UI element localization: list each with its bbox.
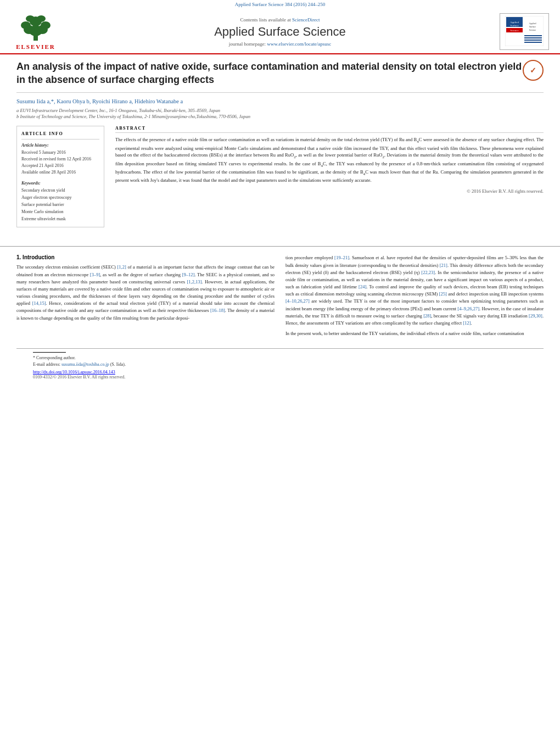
svg-text:Applied: Applied [510,21,519,24]
sciencedirect-link[interactable]: ScienceDirect [292,17,320,23]
intro-paragraph-left: The secondary electron emission coeffici… [16,264,275,321]
elsevier-logo: ELSEVIER [11,13,60,50]
journal-homepage-link[interactable]: www.elsevier.com/locate/apsusc [267,41,331,47]
top-reference: Applied Surface Science 384 (2016) 244–2… [0,0,560,9]
svg-rect-20 [524,40,542,41]
affiliation-b: b Institute of Technology and Science, T… [16,114,544,120]
svg-point-7 [26,15,35,22]
journal-header-center: Contents lists available at ScienceDirec… [60,17,500,47]
received-date: Received 5 January 2016 [21,149,99,156]
corresponding-note: * Corresponding author. [33,355,76,360]
svg-text:Science: Science [529,29,536,31]
email-link[interactable]: susumu.iida@toshiba.co.jp [61,362,109,367]
ref-1-2[interactable]: [1,2] [117,264,126,270]
journal-logo-icon: Applied Surface Science Applied Surface … [505,16,544,46]
history-group: Article history: Received 5 January 2016… [21,142,99,176]
keywords-section: Keywords: Secondary electron yield Auger… [21,180,99,222]
elsevier-tree-icon [19,13,52,43]
svg-text:Science: Science [510,29,519,32]
history-label: Article history: [21,142,99,149]
main-left-column: 1. Introduction The secondary electron e… [16,254,275,337]
ref-4-10-26-27[interactable]: [4–10,26,27] [285,298,310,304]
article-title: An analysis of the impact of native oxid… [16,60,523,87]
footnote-divider [33,352,66,353]
ref-9-12[interactable]: [9–12] [182,272,195,277]
elsevier-brand-text: ELSEVIER [16,43,55,50]
abstract-title: ABSTRACT [115,126,544,133]
ref-14-15[interactable]: [14,15] [32,300,46,306]
svg-point-5 [41,21,51,29]
abstract-text: The effects of the presence of a native … [115,136,544,184]
keywords-label: Keywords: [21,180,99,187]
journal-title-header: Applied Surface Science [60,25,500,39]
keyword-1: Secondary electron yield [21,187,99,194]
copyright-notice: © 2016 Elsevier B.V. All rights reserved… [115,188,544,194]
doi-anchor[interactable]: http://dx.doi.org/10.1016/j.apsusc.2016.… [33,370,115,375]
keyword-2: Auger electron spectroscopy [21,194,99,202]
main-right-column: tion procedure employed [19–21]. Samuels… [285,254,544,337]
affiliations: a EUVI Infrastructure Development Center… [16,108,544,121]
keyword-4: Monte Carlo simulation [21,209,99,216]
ref-19-21[interactable]: [19–21] [334,255,349,260]
svg-point-8 [37,15,46,22]
available-date: Available online 28 April 2016 [21,169,99,176]
ref-12[interactable]: [12] [463,320,471,326]
title-section: An analysis of the impact of native oxid… [16,60,544,93]
footnote-text: * Corresponding author. E-mail address: … [33,355,527,368]
abstract-column: ABSTRACT The effects of the presence of … [115,126,544,227]
keyword-5: Extreme ultraviolet mask [21,216,99,223]
ref-25[interactable]: [25] [439,291,447,297]
revised-date: Received in revised form 12 April 2016 [21,156,99,163]
ref-4-9-26-27[interactable]: [4–9,26,27] [457,306,479,311]
svg-rect-18 [524,35,542,36]
keyword-3: Surface potential barrier [21,202,99,209]
section-divider [0,246,560,247]
ref-28[interactable]: [28] [423,313,431,319]
svg-rect-19 [524,37,542,38]
ref-1-2-13[interactable]: [1,2,13] [187,279,201,284]
svg-rect-21 [524,42,542,43]
journal-ref-text: Applied Surface Science 384 (2016) 244–2… [235,2,326,7]
article-info-box: ARTICLE INFO Article history: Received 5… [16,126,104,227]
journal-header: ELSEVIER Contents lists available at Sci… [0,9,560,54]
svg-text:Applied: Applied [529,22,536,25]
issn-line: 0169-4332/© 2016 Elsevier B.V. All right… [33,375,527,380]
doi-link: http://dx.doi.org/10.1016/j.apsusc.2016.… [33,370,527,375]
ref-24[interactable]: [24] [359,284,366,289]
article-info-title: ARTICLE INFO [21,131,99,140]
applied-surface-logo: Applied Surface Science Applied Surface … [500,13,549,50]
ref-29-30[interactable]: [29,30] [529,313,542,319]
ref-21[interactable]: [21] [440,263,447,268]
article-info-column: ARTICLE INFO Article history: Received 5… [16,126,104,227]
intro-paragraph-right-2: In the present work, to better understan… [285,330,544,337]
svg-text:Surface: Surface [510,24,519,27]
ref-22-23[interactable]: [22,23] [421,270,435,275]
article-info-abstract: ARTICLE INFO Article history: Received 5… [16,126,544,227]
affiliation-a: a EUVI Infrastructure Development Center… [16,108,544,114]
crossmark-badge[interactable]: ✓ [523,60,544,81]
journal-homepage: journal homepage: www.elsevier.com/locat… [60,41,500,47]
svg-text:Surface: Surface [529,25,536,28]
contents-available-text: Contents lists available at ScienceDirec… [60,17,500,23]
abstract-section: ABSTRACT The effects of the presence of … [115,126,544,194]
email-label: E-mail address: [33,362,60,367]
ref-16-18[interactable]: [16–18] [210,308,225,313]
email-name: (S. Iida). [110,362,126,367]
intro-paragraph-right-1: tion procedure employed [19–21]. Samuels… [285,254,544,327]
article-body: An analysis of the impact of native oxid… [0,54,560,238]
authors: Susumu Iida a,*, Kaoru Ohya b, Ryoichi H… [16,98,544,104]
footer-area: * Corresponding author. E-mail address: … [16,348,544,385]
main-content: 1. Introduction The secondary electron e… [0,254,560,348]
ref-3-9[interactable]: [3–9] [90,272,100,277]
svg-point-4 [21,21,31,29]
accepted-date: Accepted 21 April 2016 [21,163,99,169]
introduction-title: 1. Introduction [16,254,275,260]
